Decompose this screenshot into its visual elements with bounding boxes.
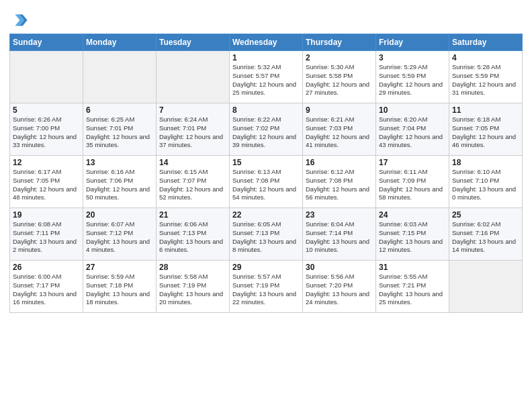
day-info: Sunrise: 5:58 AM Sunset: 7:19 PM Dayligh…	[159, 273, 226, 307]
day-info: Sunrise: 5:32 AM Sunset: 5:57 PM Dayligh…	[232, 63, 300, 97]
day-number: 28	[159, 263, 226, 272]
day-info: Sunrise: 5:56 AM Sunset: 7:20 PM Dayligh…	[306, 273, 373, 307]
page-container: SundayMondayTuesdayWednesdayThursdayFrid…	[0, 0, 532, 411]
day-number: 23	[306, 210, 373, 220]
day-number: 16	[306, 158, 373, 167]
day-number: 27	[86, 263, 153, 272]
calendar-header-monday: Monday	[83, 34, 157, 51]
calendar-header-row: SundayMondayTuesdayWednesdayThursdayFrid…	[10, 34, 523, 51]
day-info: Sunrise: 6:11 AM Sunset: 7:09 PM Dayligh…	[379, 168, 446, 202]
calendar-cell: 19Sunrise: 6:08 AM Sunset: 7:11 PM Dayli…	[10, 208, 83, 261]
day-info: Sunrise: 5:57 AM Sunset: 7:19 PM Dayligh…	[232, 273, 300, 307]
calendar-cell: 30Sunrise: 5:56 AM Sunset: 7:20 PM Dayli…	[303, 261, 376, 313]
day-number: 7	[159, 105, 226, 115]
calendar-header-friday: Friday	[376, 34, 449, 51]
day-number: 21	[159, 210, 226, 220]
calendar-header-tuesday: Tuesday	[157, 34, 230, 51]
calendar-cell: 22Sunrise: 6:05 AM Sunset: 7:13 PM Dayli…	[230, 208, 303, 261]
calendar-header-sunday: Sunday	[10, 34, 83, 51]
calendar-cell: 3Sunrise: 5:29 AM Sunset: 5:59 PM Daylig…	[376, 51, 449, 103]
calendar-cell	[157, 51, 230, 103]
calendar-header-saturday: Saturday	[449, 34, 523, 51]
day-number: 4	[452, 53, 519, 62]
day-number: 17	[379, 158, 446, 167]
calendar-cell	[10, 51, 83, 103]
day-number: 24	[379, 210, 446, 220]
day-info: Sunrise: 6:08 AM Sunset: 7:11 PM Dayligh…	[13, 220, 80, 255]
logo	[9, 11, 31, 30]
calendar-cell: 28Sunrise: 5:58 AM Sunset: 7:19 PM Dayli…	[157, 261, 230, 313]
calendar-cell: 20Sunrise: 6:07 AM Sunset: 7:12 PM Dayli…	[83, 208, 157, 261]
day-info: Sunrise: 6:18 AM Sunset: 7:05 PM Dayligh…	[452, 116, 519, 150]
calendar-cell: 31Sunrise: 5:55 AM Sunset: 7:21 PM Dayli…	[376, 261, 449, 313]
calendar-cell: 29Sunrise: 5:57 AM Sunset: 7:19 PM Dayli…	[230, 261, 303, 313]
calendar-cell: 16Sunrise: 6:12 AM Sunset: 7:08 PM Dayli…	[303, 156, 376, 208]
day-info: Sunrise: 5:28 AM Sunset: 5:59 PM Dayligh…	[452, 63, 519, 97]
day-number: 18	[452, 158, 519, 167]
day-info: Sunrise: 6:00 AM Sunset: 7:17 PM Dayligh…	[13, 273, 80, 307]
day-number: 8	[232, 105, 300, 115]
calendar-cell: 15Sunrise: 6:13 AM Sunset: 7:08 PM Dayli…	[230, 156, 303, 208]
day-number: 25	[452, 210, 519, 220]
day-number: 29	[232, 263, 300, 272]
calendar-cell: 27Sunrise: 5:59 AM Sunset: 7:18 PM Dayli…	[83, 261, 157, 313]
day-info: Sunrise: 5:30 AM Sunset: 5:58 PM Dayligh…	[306, 63, 373, 97]
calendar-cell: 8Sunrise: 6:22 AM Sunset: 7:02 PM Daylig…	[230, 103, 303, 156]
day-number: 12	[13, 158, 80, 167]
day-number: 10	[379, 105, 446, 115]
calendar-week-2: 12Sunrise: 6:17 AM Sunset: 7:05 PM Dayli…	[10, 156, 523, 208]
day-info: Sunrise: 6:05 AM Sunset: 7:13 PM Dayligh…	[232, 220, 300, 255]
logo-icon	[9, 11, 28, 30]
day-number: 14	[159, 158, 226, 167]
day-info: Sunrise: 6:07 AM Sunset: 7:12 PM Dayligh…	[86, 220, 153, 255]
header	[9, 8, 523, 30]
day-info: Sunrise: 6:20 AM Sunset: 7:04 PM Dayligh…	[379, 116, 446, 150]
calendar-cell: 12Sunrise: 6:17 AM Sunset: 7:05 PM Dayli…	[10, 156, 83, 208]
calendar-cell: 23Sunrise: 6:04 AM Sunset: 7:14 PM Dayli…	[303, 208, 376, 261]
day-info: Sunrise: 6:06 AM Sunset: 7:13 PM Dayligh…	[159, 220, 226, 255]
day-number: 31	[379, 263, 446, 272]
calendar-cell: 18Sunrise: 6:10 AM Sunset: 7:10 PM Dayli…	[449, 156, 523, 208]
day-number: 9	[306, 105, 373, 115]
day-info: Sunrise: 6:03 AM Sunset: 7:15 PM Dayligh…	[379, 220, 446, 255]
day-number: 22	[232, 210, 300, 220]
day-number: 6	[86, 105, 153, 115]
day-number: 13	[86, 158, 153, 167]
calendar-header-thursday: Thursday	[303, 34, 376, 51]
day-info: Sunrise: 6:15 AM Sunset: 7:07 PM Dayligh…	[159, 168, 226, 202]
day-number: 11	[452, 105, 519, 115]
calendar-cell: 6Sunrise: 6:25 AM Sunset: 7:01 PM Daylig…	[83, 103, 157, 156]
day-number: 1	[232, 53, 300, 62]
calendar-cell: 21Sunrise: 6:06 AM Sunset: 7:13 PM Dayli…	[157, 208, 230, 261]
day-info: Sunrise: 6:22 AM Sunset: 7:02 PM Dayligh…	[232, 116, 300, 150]
day-info: Sunrise: 6:10 AM Sunset: 7:10 PM Dayligh…	[452, 168, 519, 202]
calendar-cell: 5Sunrise: 6:26 AM Sunset: 7:00 PM Daylig…	[10, 103, 83, 156]
calendar-header-wednesday: Wednesday	[230, 34, 303, 51]
calendar-cell: 26Sunrise: 6:00 AM Sunset: 7:17 PM Dayli…	[10, 261, 83, 313]
day-info: Sunrise: 5:59 AM Sunset: 7:18 PM Dayligh…	[86, 273, 153, 307]
calendar-cell: 2Sunrise: 5:30 AM Sunset: 5:58 PM Daylig…	[303, 51, 376, 103]
calendar-week-3: 19Sunrise: 6:08 AM Sunset: 7:11 PM Dayli…	[10, 208, 523, 261]
day-info: Sunrise: 6:12 AM Sunset: 7:08 PM Dayligh…	[306, 168, 373, 202]
calendar-cell: 25Sunrise: 6:02 AM Sunset: 7:16 PM Dayli…	[449, 208, 523, 261]
calendar-cell: 14Sunrise: 6:15 AM Sunset: 7:07 PM Dayli…	[157, 156, 230, 208]
calendar-cell	[449, 261, 523, 313]
day-info: Sunrise: 6:04 AM Sunset: 7:14 PM Dayligh…	[306, 220, 373, 255]
calendar-cell: 17Sunrise: 6:11 AM Sunset: 7:09 PM Dayli…	[376, 156, 449, 208]
day-info: Sunrise: 6:02 AM Sunset: 7:16 PM Dayligh…	[452, 220, 519, 255]
calendar-cell: 9Sunrise: 6:21 AM Sunset: 7:03 PM Daylig…	[303, 103, 376, 156]
day-number: 2	[306, 53, 373, 62]
day-info: Sunrise: 6:24 AM Sunset: 7:01 PM Dayligh…	[159, 116, 226, 150]
calendar-week-1: 5Sunrise: 6:26 AM Sunset: 7:00 PM Daylig…	[10, 103, 523, 156]
day-number: 3	[379, 53, 446, 62]
day-info: Sunrise: 6:17 AM Sunset: 7:05 PM Dayligh…	[13, 168, 80, 202]
day-number: 26	[13, 263, 80, 272]
day-info: Sunrise: 6:26 AM Sunset: 7:00 PM Dayligh…	[13, 116, 80, 150]
day-number: 15	[232, 158, 300, 167]
calendar-cell: 24Sunrise: 6:03 AM Sunset: 7:15 PM Dayli…	[376, 208, 449, 261]
day-info: Sunrise: 5:29 AM Sunset: 5:59 PM Dayligh…	[379, 63, 446, 97]
calendar-week-4: 26Sunrise: 6:00 AM Sunset: 7:17 PM Dayli…	[10, 261, 523, 313]
calendar-cell: 11Sunrise: 6:18 AM Sunset: 7:05 PM Dayli…	[449, 103, 523, 156]
calendar-cell: 7Sunrise: 6:24 AM Sunset: 7:01 PM Daylig…	[157, 103, 230, 156]
day-info: Sunrise: 6:25 AM Sunset: 7:01 PM Dayligh…	[86, 116, 153, 150]
